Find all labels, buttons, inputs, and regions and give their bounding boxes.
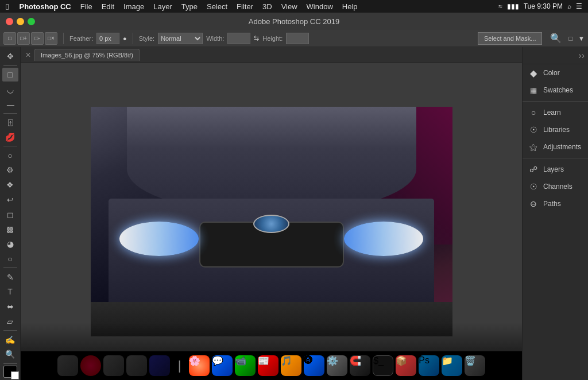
- feather-unit-icon: ●: [123, 35, 127, 42]
- vlc-dock-item[interactable]: 📦: [396, 355, 416, 376]
- dock-separator: |: [173, 358, 186, 373]
- traffic-lights: [6, 18, 35, 25]
- new-selection-btn[interactable]: □: [3, 32, 16, 45]
- libraries-panel-row[interactable]: ☉ Libraries: [523, 121, 588, 138]
- menu-filter[interactable]: Filter: [232, 2, 258, 11]
- right-panel: ›› ◆ Color ▦ Swatches ○ Learn: [522, 47, 588, 380]
- move-tool[interactable]: ✥: [2, 49, 18, 64]
- lasso-tool[interactable]: ◡: [2, 82, 18, 96]
- close-tab-icon[interactable]: ✕: [25, 51, 31, 59]
- menu-type[interactable]: Type: [177, 2, 202, 11]
- menu-file[interactable]: File: [76, 2, 97, 11]
- path-select-tool[interactable]: ⬌: [2, 300, 18, 314]
- apple-menu[interactable]: : [0, 2, 14, 11]
- crop-tool[interactable]: ⍐: [2, 115, 18, 130]
- more-options-icon[interactable]: ▼: [578, 35, 585, 42]
- pen-tool[interactable]: ✎: [2, 270, 18, 284]
- finder-dock-item[interactable]: 📁: [442, 355, 462, 376]
- maximize-button[interactable]: [28, 18, 35, 25]
- dock-item-5[interactable]: [149, 355, 170, 376]
- healing-brush-tool[interactable]: ○: [2, 148, 18, 162]
- tool-separator-1: [3, 65, 17, 66]
- marquee-tool[interactable]: □: [2, 68, 18, 82]
- blur-tool[interactable]: ◕: [2, 237, 18, 251]
- swatches-label: Swatches: [543, 86, 573, 94]
- news-dock-item[interactable]: 📰: [258, 355, 278, 376]
- search-button[interactable]: 🔍: [550, 33, 562, 44]
- dock-item-1[interactable]: [57, 355, 78, 376]
- menu-edit[interactable]: Edit: [97, 2, 119, 11]
- eyedropper-tool[interactable]: 💋: [2, 130, 18, 145]
- channels-panel-row[interactable]: ☉ Channels: [523, 178, 588, 195]
- channels-icon: ☉: [528, 181, 539, 192]
- swatches-panel-row[interactable]: ▦ Swatches: [523, 82, 588, 99]
- learn-panel-row[interactable]: ○ Learn: [523, 104, 588, 121]
- swap-icon[interactable]: ⇆: [254, 34, 259, 42]
- zoom-tool[interactable]: 🔍: [2, 347, 18, 362]
- clone-stamp-tool[interactable]: ❖: [2, 178, 18, 192]
- gradient-tool[interactable]: ▩: [2, 222, 18, 236]
- workspace-icon[interactable]: □: [568, 35, 572, 42]
- libraries-label: Libraries: [543, 126, 570, 134]
- trash-dock-item[interactable]: 🗑️: [465, 355, 485, 376]
- intersect-selection-btn[interactable]: □×: [45, 32, 57, 45]
- tool-separator-3: [3, 146, 17, 146]
- width-input[interactable]: [227, 33, 250, 44]
- menu-3d[interactable]: 3D: [258, 2, 277, 11]
- height-input[interactable]: [286, 33, 309, 44]
- close-button[interactable]: [6, 18, 13, 25]
- color-panel-row[interactable]: ◆ Color: [523, 64, 588, 82]
- adjustments-label: Adjustments: [543, 143, 581, 151]
- brush-tool[interactable]: ⚙: [2, 163, 18, 177]
- dock-item-2[interactable]: [80, 355, 101, 376]
- settings-dock-item[interactable]: ⚙️: [327, 355, 347, 376]
- panel-separator-1: [523, 101, 588, 102]
- photoshop-app:  Photoshop CC File Edit Image Layer Typ…: [0, 0, 588, 380]
- document-tab[interactable]: Images_56.jpg @ 75% (RGB/8#): [34, 49, 140, 61]
- menu-view[interactable]: View: [277, 2, 302, 11]
- appstore-dock-item[interactable]: 🅐: [304, 355, 324, 376]
- hand-tool[interactable]: ✍: [2, 332, 18, 347]
- subtract-selection-btn[interactable]: □-: [31, 32, 44, 45]
- quick-select-tool[interactable]: ⸻: [2, 97, 18, 111]
- foreground-color[interactable]: [3, 366, 17, 378]
- dodge-tool[interactable]: ○: [2, 252, 18, 266]
- search-icon[interactable]: ⌕: [567, 2, 571, 10]
- layers-panel-row[interactable]: ☍ Layers: [523, 161, 588, 178]
- paths-panel-row[interactable]: ⊖ Paths: [523, 195, 588, 212]
- feather-input[interactable]: [96, 33, 119, 44]
- eraser-tool[interactable]: ◻: [2, 207, 18, 222]
- menu-layer[interactable]: Layer: [149, 2, 177, 11]
- terminal-dock-item[interactable]: $_: [373, 355, 393, 376]
- ps-dock-item[interactable]: Ps: [419, 355, 439, 376]
- magnet-dock-item[interactable]: 🧲: [350, 355, 370, 376]
- dock-item-3[interactable]: [103, 355, 124, 376]
- photos-dock-item[interactable]: 🌸: [189, 355, 210, 376]
- facetime-dock-item[interactable]: 📹: [235, 355, 256, 376]
- messages-dock-item[interactable]: 💬: [212, 355, 233, 376]
- app-name[interactable]: Photoshop CC: [14, 2, 75, 11]
- dock-item-4[interactable]: [126, 355, 147, 376]
- feather-label: Feather:: [69, 35, 93, 42]
- shape-tool[interactable]: ▱: [2, 315, 18, 329]
- style-select[interactable]: Normal Fixed Ratio Fixed Size: [158, 33, 203, 44]
- history-brush-tool[interactable]: ↩: [2, 193, 18, 207]
- add-selection-btn[interactable]: □+: [17, 32, 30, 45]
- tool-separator-4: [3, 267, 17, 268]
- notification-icon[interactable]: ☰: [576, 2, 582, 10]
- car-headlight-right: [344, 222, 424, 256]
- car-headlight-left: [119, 222, 199, 256]
- select-mask-button[interactable]: Select and Mask...: [478, 32, 543, 45]
- menu-select[interactable]: Select: [202, 2, 232, 11]
- car-logo: [253, 215, 289, 233]
- options-bar: □ □+ □- □× Feather: ● Style: Normal Fixe…: [0, 30, 588, 47]
- tool-separator-6: [3, 363, 17, 364]
- adjustments-panel-row[interactable]: ⚝ Adjustments: [523, 138, 588, 156]
- music-dock-item[interactable]: 🎵: [281, 355, 301, 376]
- minimize-button[interactable]: [17, 18, 24, 25]
- menu-help[interactable]: Help: [338, 2, 362, 11]
- panel-collapse-icon[interactable]: ››: [578, 51, 585, 61]
- menu-image[interactable]: Image: [119, 2, 149, 11]
- type-tool[interactable]: T: [2, 285, 18, 299]
- menu-window[interactable]: Window: [302, 2, 338, 11]
